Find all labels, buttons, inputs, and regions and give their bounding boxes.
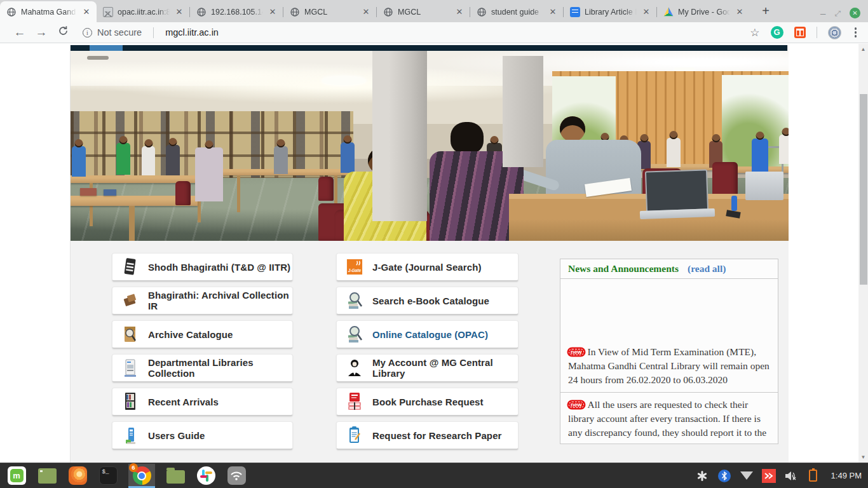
new-tab-button[interactable]: + <box>757 4 774 18</box>
link-request-research-paper[interactable]: Request for Research Paper <box>336 421 519 450</box>
link-label: Bhagirathi: Archival Collection IR <box>148 290 292 311</box>
slack-launcher[interactable] <box>196 466 216 486</box>
link-departmental-libraries[interactable]: Departmental Libraries Collection <box>112 354 293 383</box>
maximize-button[interactable]: ⤢ <box>834 9 841 18</box>
scrollbar-thumb[interactable] <box>860 94 867 285</box>
tab-title: opac.iitr.ac.in:8 <box>118 8 170 17</box>
tab-mgcl-1[interactable]: MGCL ✕ <box>283 1 376 22</box>
battery-icon[interactable] <box>806 469 820 483</box>
chrome-taskbar-button[interactable]: 6 <box>128 464 155 488</box>
link-label: Recent Arrivals <box>148 396 219 407</box>
minimize-button[interactable]: – <box>820 8 825 18</box>
scroll-down-arrow[interactable]: ▼ <box>858 454 868 460</box>
link-online-catalogue-opac[interactable]: Online Catalogue (OPAC) <box>336 320 519 349</box>
close-icon[interactable]: ✕ <box>454 7 465 17</box>
document-icon <box>570 7 580 17</box>
window-close-button[interactable]: ✕ <box>850 8 860 18</box>
close-icon[interactable]: ✕ <box>735 7 745 17</box>
new-badge: new <box>568 401 585 409</box>
clipboard-pencil-icon <box>346 426 363 445</box>
firefox-launcher[interactable] <box>67 466 88 486</box>
terminal-launcher[interactable]: $_ <box>98 466 118 486</box>
photo-person <box>116 143 130 175</box>
firefox-icon <box>69 466 87 485</box>
tab-mahatma-gandhi[interactable]: Mahatma Gand ✕ <box>0 1 97 22</box>
tab-ip-address[interactable]: 192.168.105.14 ✕ <box>190 1 283 22</box>
link-book-purchase-request[interactable]: Book Purchase Request <box>336 388 519 416</box>
link-label: Departmental Libraries Collection <box>148 357 292 379</box>
svg-text:J-Gate: J-Gate <box>348 268 362 273</box>
close-icon[interactable]: ✕ <box>361 7 371 17</box>
close-icon[interactable]: ✕ <box>268 7 278 17</box>
grammarly-extension-icon[interactable]: G <box>771 26 783 39</box>
bookmark-star-icon[interactable]: ☆ <box>750 26 759 39</box>
bluetooth-tray-icon[interactable] <box>717 469 731 483</box>
url-separator <box>153 27 154 38</box>
show-desktop-button[interactable] <box>37 466 57 486</box>
link-archive-catalogue[interactable]: Archive Catalogue <box>112 320 293 349</box>
news-read-all-link[interactable]: (read all) <box>688 263 726 274</box>
close-icon[interactable]: ✕ <box>174 7 184 17</box>
browser-address-bar: ← → i Not secure mgcl.iitr.ac.in ☆ G <box>0 22 868 43</box>
tab-title: My Drive - Goo <box>678 8 730 17</box>
library-photo <box>71 51 789 241</box>
link-label: Search e-Book Catalogue <box>372 295 489 306</box>
tab-my-drive[interactable]: My Drive - Goo ✕ <box>657 1 750 22</box>
url-field[interactable]: i Not secure mgcl.iitr.ac.in <box>83 27 219 38</box>
back-button[interactable]: ← <box>9 25 31 39</box>
forward-button[interactable]: → <box>31 25 52 39</box>
globe-icon <box>383 7 393 17</box>
terminal-icon: $_ <box>99 466 118 485</box>
refresh-button[interactable] <box>52 25 74 39</box>
folder-icon <box>166 470 185 484</box>
close-icon[interactable]: ✕ <box>81 7 92 17</box>
browser-menu-button[interactable] <box>852 27 860 37</box>
photo-table-leg <box>237 175 240 212</box>
photo-pillar <box>372 51 427 221</box>
link-label: Request for Research Paper <box>372 430 502 441</box>
link-search-ebook-catalogue[interactable]: Search e-Book Catalogue <box>336 287 519 315</box>
taskbar-clock[interactable]: 1:49 PM <box>831 471 862 480</box>
link-my-account[interactable]: My Account @ MG Central Library <box>336 354 519 383</box>
network-tray-icon[interactable] <box>740 469 754 483</box>
jgate-icon: J-Gate <box>346 257 363 276</box>
link-shodh-bhagirathi[interactable]: Shodh Bhagirathi (T&D @ IITR) <box>112 253 293 281</box>
link-bhagirathi-archival[interactable]: Bhagirathi: Archival Collection IR <box>112 287 293 315</box>
scroll-up-arrow[interactable]: ▲ <box>858 46 868 52</box>
close-icon[interactable]: ✕ <box>641 7 651 17</box>
navbar-active-item-edge <box>90 45 123 51</box>
photo-pillar <box>503 56 543 167</box>
photo-table-leg <box>129 206 135 241</box>
photo-laptop <box>645 169 709 212</box>
news-title: News and Announcements <box>568 263 679 274</box>
network-tool-launcher[interactable] <box>226 466 247 486</box>
close-icon[interactable]: ✕ <box>548 7 558 17</box>
tab-mgcl-2[interactable]: MGCL ✕ <box>377 1 470 22</box>
tab-library-article[interactable]: Library Article D ✕ <box>564 1 656 22</box>
page-url: mgcl.iitr.ac.in <box>165 27 219 37</box>
user-icon <box>346 358 363 377</box>
slack-tray-icon[interactable] <box>695 469 709 483</box>
tab-student-guide[interactable]: student guide ✕ <box>470 1 563 22</box>
volume-muted-icon[interactable] <box>784 469 798 483</box>
browser-scrollbar[interactable]: ▲ ▼ <box>858 44 868 463</box>
photo-person-head <box>560 116 585 142</box>
link-jgate[interactable]: J-Gate J-Gate (Journal Search) <box>336 253 519 281</box>
window-controls: – ⤢ ✕ <box>820 8 868 22</box>
globe-icon <box>290 7 300 17</box>
links-and-news-section: Shodh Bhagirathi (T&D @ IITR) Bhagirathi… <box>71 241 789 463</box>
anydesk-tray-icon[interactable] <box>762 469 776 483</box>
mint-menu-button[interactable]: m <box>6 466 27 486</box>
photo-person <box>341 142 355 173</box>
link-label: J-Gate (Journal Search) <box>372 262 482 273</box>
page-viewport: Shodh Bhagirathi (T&D @ IITR) Bhagirathi… <box>0 44 868 463</box>
link-recent-arrivals[interactable]: Recent Arrivals <box>112 388 293 416</box>
link-label: Users Guide <box>148 430 205 441</box>
table-extension-icon[interactable] <box>794 27 806 38</box>
file-manager-launcher[interactable] <box>165 466 186 486</box>
photo-light <box>322 76 366 85</box>
photo-person <box>667 138 681 167</box>
tab-opac[interactable]: opac.iitr.ac.in:8 ✕ <box>97 1 189 22</box>
profile-avatar[interactable] <box>828 26 841 39</box>
link-users-guide[interactable]: Users Guide <box>112 421 293 450</box>
